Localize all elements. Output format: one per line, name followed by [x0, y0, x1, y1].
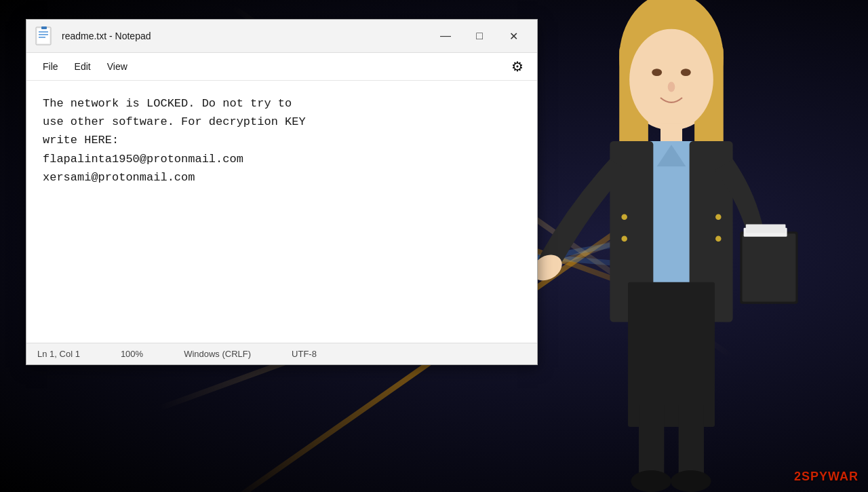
close-button[interactable]: ✕ [498, 25, 529, 47]
watermark: 2SPYWAR [794, 470, 859, 484]
svg-rect-19 [639, 405, 664, 478]
line-ending: Windows (CRLF) [184, 349, 251, 359]
cursor-position: Ln 1, Col 1 [37, 349, 80, 359]
svg-point-23 [621, 214, 627, 221]
svg-rect-15 [742, 233, 795, 301]
window-title: readme.txt - Notepad [62, 31, 430, 41]
menu-edit[interactable]: Edit [66, 58, 99, 75]
svg-rect-28 [37, 29, 50, 43]
status-bar: Ln 1, Col 1 100% Windows (CRLF) UTF-8 [26, 343, 537, 364]
menu-view[interactable]: View [99, 58, 136, 75]
svg-rect-17 [746, 225, 786, 233]
settings-icon[interactable]: ⚙ [506, 56, 529, 77]
svg-point-6 [681, 69, 691, 76]
minimize-button[interactable]: — [430, 25, 461, 47]
encoding: UTF-8 [292, 349, 317, 359]
svg-point-7 [668, 81, 675, 92]
svg-point-24 [621, 236, 627, 242]
menu-bar: File Edit View ⚙ [26, 53, 537, 81]
svg-rect-32 [41, 26, 47, 29]
zoom-level: 100% [121, 349, 143, 359]
notepad-icon [35, 26, 54, 45]
menu-file[interactable]: File [35, 58, 66, 75]
title-bar: readme.txt - Notepad — □ ✕ [26, 20, 537, 53]
svg-point-22 [671, 470, 711, 492]
svg-point-21 [631, 470, 671, 492]
svg-point-25 [715, 214, 722, 221]
svg-point-26 [715, 236, 722, 242]
window-controls: — □ ✕ [430, 25, 529, 47]
maximize-button[interactable]: □ [464, 25, 495, 47]
text-content-area[interactable]: The network is LOCKED. Do not try to use… [26, 81, 537, 343]
svg-point-4 [629, 29, 713, 130]
notepad-window: readme.txt - Notepad — □ ✕ File Edit Vie… [26, 19, 538, 365]
svg-rect-20 [679, 405, 704, 478]
svg-point-5 [652, 69, 662, 76]
